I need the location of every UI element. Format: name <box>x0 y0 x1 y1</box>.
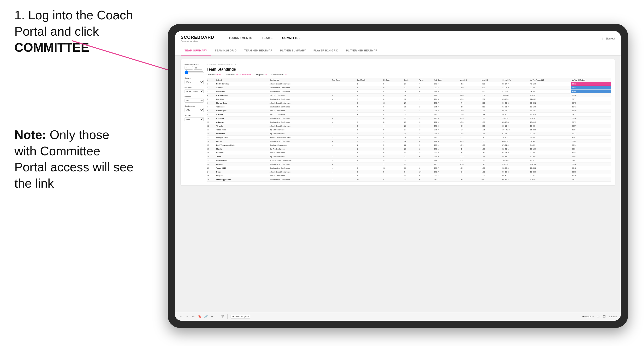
table-row: 13 Texas Tech Big 12 Conference - 1 9 27… <box>206 128 611 132</box>
view-original-btn[interactable]: 👁 View: Original <box>230 315 250 319</box>
cell-overall: 83-15-0 <box>502 124 530 128</box>
cell-conf: Atlantic Coast Conference <box>269 82 332 86</box>
cell-vs25: 10-23-0 <box>530 170 571 174</box>
cell-wins: 2 <box>419 128 433 132</box>
cell-adj-score: 277.5 <box>433 140 460 143</box>
cell-sg2: 1.44 <box>481 155 502 159</box>
cell-school: Tennessee <box>216 105 269 109</box>
sign-out-link[interactable]: Sign out <box>606 37 615 40</box>
cell-points: 68.81 <box>571 159 611 163</box>
cell-points: 63.49 <box>571 109 611 113</box>
table-row: 16 Florida Southeastern Conference - 7 9… <box>206 140 611 143</box>
cell-rnds: 21 <box>404 124 419 128</box>
note-area: Note: Only those with Committee Portal a… <box>14 127 134 191</box>
cell-overall: 87-21-2 <box>502 143 530 147</box>
cell-vs25: 8-14-0 <box>530 151 571 155</box>
cell-points: 73.7 <box>571 97 611 101</box>
cell-wins: 3 <box>419 117 433 120</box>
toolbar-bookmark[interactable]: 🔖 <box>198 314 202 319</box>
cell-rank: 17 <box>206 143 216 147</box>
sub-nav-team-summary[interactable]: TEAM SUMMARY <box>181 46 211 55</box>
nav-tournaments[interactable]: TOURNAMENTS <box>224 31 257 46</box>
cell-reg-rank: - <box>332 163 356 166</box>
cell-school: California <box>216 151 269 155</box>
update-time: Update time: 27/03/2024 16:56:26 <box>206 63 611 65</box>
cell-rnds: 22 <box>404 143 419 147</box>
cell-no-tour: 8 <box>383 113 404 117</box>
sub-nav-team-h2h-heatmap[interactable]: TEAM H2H HEATMAP <box>240 46 276 55</box>
cell-adj-score: 276.9 <box>433 128 460 132</box>
cell-wins: 2 <box>419 147 433 151</box>
cell-overall: 86-25-1 <box>502 109 530 113</box>
cell-overall: 92-40-3 <box>502 166 530 170</box>
cell-sg2: 1.85 <box>481 136 502 140</box>
cell-sg2: 2.52 <box>481 94 502 97</box>
sub-nav-player-h2h-heatmap[interactable]: PLAYER H2H HEATMAP <box>342 46 381 55</box>
cell-sg: -0.4 <box>460 170 481 174</box>
cell-no-tour: 9 <box>383 159 404 163</box>
cell-sg: -4.0 <box>460 109 481 113</box>
cell-reg-rank: - <box>332 170 356 174</box>
nav-teams[interactable]: TEAMS <box>257 31 278 46</box>
cell-wins: 6 <box>419 82 433 86</box>
cell-rank: 10 <box>206 117 216 120</box>
cell-conf-rank: 7 <box>356 140 383 143</box>
cell-sg: -5.2 <box>460 82 481 86</box>
filter-school-select[interactable]: (All) <box>184 117 204 121</box>
cell-sg2: 1.98 <box>481 109 502 113</box>
cell-rnds: 30 <box>404 166 419 170</box>
cell-sg2: 1.28 <box>481 163 502 166</box>
sub-nav-player-h2h-grid[interactable]: PLAYER H2H GRID <box>310 46 342 55</box>
filter-school-label: School <box>184 114 204 117</box>
filter-max-input[interactable] <box>194 66 202 70</box>
filter-min-input[interactable] <box>184 66 193 70</box>
toolbar-refresh[interactable]: ⟳ <box>191 314 196 319</box>
cell-school: Texas <box>216 155 269 159</box>
share-btn[interactable]: ⇧ Share <box>608 315 617 318</box>
cell-overall: 91-6-0 <box>502 90 530 94</box>
cell-conf-rank: 4 <box>356 151 383 155</box>
filter-region-select[interactable]: N/A All <box>184 99 204 103</box>
cell-school: Duke <box>216 170 269 174</box>
col-avg-sg: Avg. SG <box>460 78 481 82</box>
toolbar-present[interactable]: ▢ <box>596 314 600 319</box>
cell-rank: 22 <box>206 163 216 166</box>
filter-conference-select[interactable]: (All) <box>184 108 204 112</box>
nav-committee[interactable]: COMMITTEE <box>277 31 305 46</box>
logo-area: SCOREBOARD Powered by clippd <box>181 35 214 42</box>
cell-school: Oklahoma <box>216 132 269 136</box>
filter-division-label: Division <box>184 86 204 89</box>
cell-vs25: 11-38-2 <box>530 166 571 170</box>
filter-slider[interactable] <box>184 70 204 74</box>
filter-gender-select[interactable]: Men's Women's <box>184 80 204 84</box>
cell-sg: -4.4 <box>460 101 481 105</box>
cell-adj-score: 279.2 <box>433 163 460 166</box>
cell-no-tour: 10 <box>383 166 404 170</box>
cell-rank: 13 <box>206 128 216 132</box>
cell-conf: Southeastern Conference <box>269 140 332 143</box>
cell-rnds: 21 <box>404 174 419 178</box>
cell-points: 80.71 <box>571 120 611 124</box>
filter-division-select[interactable]: NCAA Division I NCAA Division II NCAA Di… <box>184 89 204 93</box>
cell-sg: -4.0 <box>460 94 481 97</box>
toolbar-back[interactable]: ← <box>179 314 183 319</box>
cell-sg: -6.2 <box>460 90 481 94</box>
toolbar-forward[interactable]: → <box>185 314 189 319</box>
sub-nav-team-h2h-grid[interactable]: TEAM H2H GRID <box>211 46 240 55</box>
cell-conf-rank: 5 <box>356 170 383 174</box>
cell-reg-rank: - <box>332 166 356 170</box>
toolbar-expand[interactable]: ❐ <box>602 314 606 319</box>
cell-rank: 15 <box>206 136 216 140</box>
cell-points: 68.27 <box>571 151 611 155</box>
cell-conf-rank: 3 <box>356 124 383 128</box>
sub-nav-player-summary[interactable]: PLAYER SUMMARY <box>276 46 310 55</box>
filter-region: Region N/A All <box>184 96 204 103</box>
toolbar-add[interactable]: + <box>210 314 214 319</box>
toolbar-info[interactable]: ⓘ <box>220 314 224 319</box>
cell-wins: 5 <box>419 143 433 147</box>
cell-wins: 27 <box>419 170 433 174</box>
cell-conf-rank: 8 <box>356 163 383 166</box>
watch-btn[interactable]: 👁 Watch ▼ <box>582 315 594 318</box>
toolbar-share2[interactable]: 🔗 <box>204 314 208 319</box>
cell-points: 68.23 <box>571 113 611 117</box>
